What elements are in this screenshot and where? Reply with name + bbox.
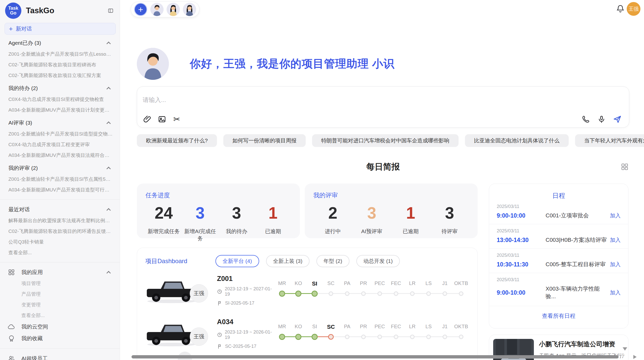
recent-chat-item[interactable]: C02-飞腾新能源轻客改款项目的闭环通告反馈情况 xyxy=(0,226,120,237)
add-agent-button[interactable]: + xyxy=(134,3,147,16)
app-sub-item[interactable]: 查看全部... xyxy=(0,310,120,321)
agent-avatar[interactable] xyxy=(150,3,164,16)
event-join-link[interactable]: 加入 xyxy=(610,212,621,219)
chevron-up-icon[interactable] xyxy=(107,167,111,171)
agent-avatar[interactable] xyxy=(183,3,196,16)
sidebar-item-my-apps[interactable]: 我的应用 xyxy=(0,266,120,278)
scroll-right-arrow-icon[interactable] xyxy=(633,355,637,359)
dashboard-tab[interactable]: 动总开发 (1) xyxy=(356,255,400,267)
suggestion-chip[interactable]: 当下年轻人对汽车外观有怎样的喜好趋势 xyxy=(575,134,644,147)
sidebar-task-item[interactable]: C0X4-动力总成开发项目SI里程碑提交物检查 xyxy=(0,94,120,105)
milestone-label-J1: J1 xyxy=(437,324,453,330)
dashboard-tab[interactable]: 年型 (2) xyxy=(316,255,349,267)
phone-call-icon[interactable] xyxy=(581,115,590,124)
milestone-dot-FEC[interactable] xyxy=(394,291,398,296)
chevron-up-icon[interactable] xyxy=(107,42,111,46)
recent-chat-item[interactable]: 解释最新出台的欧盟报废车法规再生塑料比例被调至15%... xyxy=(0,215,120,226)
milestone-dot-PA[interactable] xyxy=(345,335,349,339)
milestone-dot-J1[interactable] xyxy=(443,291,447,296)
milestone-dot-OKTB[interactable] xyxy=(459,335,463,339)
milestone-dot-LR[interactable] xyxy=(410,291,415,296)
sidebar-task-item[interactable]: Z001-全新燃油皮卡产品开发项目SI节点Lesson Learn报告 xyxy=(0,49,120,59)
chevron-up-icon[interactable] xyxy=(107,122,111,126)
milestone-dot-PEC[interactable] xyxy=(377,291,382,296)
milestone-dot-LS[interactable] xyxy=(426,291,431,296)
screenshot-scissors-icon[interactable]: ✂ xyxy=(172,115,181,124)
recent-view-all-link[interactable]: 查看全部... xyxy=(0,247,120,258)
sidebar-task-item[interactable]: A034-全新新能源MUV产品开发项目法规符合性评审 xyxy=(0,150,120,161)
milestone-dot-J1[interactable] xyxy=(443,335,447,339)
app-sub-item[interactable]: 变更管理 xyxy=(0,299,120,310)
sidebar-section-header[interactable]: AI评审 (3) xyxy=(0,117,120,129)
scroll-down-arrow-icon[interactable] xyxy=(623,347,627,351)
send-icon[interactable] xyxy=(613,115,622,124)
milestone-dot-KO[interactable] xyxy=(295,334,301,340)
agent-avatar[interactable] xyxy=(167,3,180,16)
briefing-column: 任务进度 24 新增完成任务 3 新增AI完成任务 3 我的待办 1 已逾期 我… xyxy=(137,184,478,360)
suggestion-chip[interactable]: 如何写一份清晰的项目周报 xyxy=(223,134,306,147)
project-row[interactable]: 王强 A034 2023-12-19 ~ 2026-01-19 SC-2025-… xyxy=(145,313,469,354)
recent-chat-item[interactable]: 公司Q3轻卡销量 xyxy=(0,237,120,247)
milestone-dot-PR[interactable] xyxy=(361,291,366,296)
user-avatar[interactable]: 王强 xyxy=(627,2,640,16)
horizontal-scrollbar[interactable] xyxy=(131,355,619,358)
milestone-dot-KO[interactable] xyxy=(295,291,301,297)
event-join-link[interactable]: 加入 xyxy=(610,236,621,244)
project-row[interactable]: 王强 Z001 2023-12-19 ~ 2027-01-19 SI-2025-… xyxy=(145,270,469,310)
sidebar-section-header[interactable]: 我的评审 (2) xyxy=(0,162,120,174)
sidebar-section-header[interactable]: 我的待办 (2) xyxy=(0,82,120,94)
project-dates: 2023-12-19 ~ 2027-01-19 xyxy=(217,286,274,297)
milestone-label-KO: KO xyxy=(290,324,306,330)
sidebar-task-item[interactable]: A034-全新新能源MUV产品开发项目造型可行性评审 xyxy=(0,185,120,195)
app-sub-item[interactable]: 产品管理 xyxy=(0,289,120,299)
milestone-dot-SC[interactable] xyxy=(328,334,334,340)
event-join-link[interactable]: 加入 xyxy=(610,261,621,268)
collapse-sidebar-icon[interactable] xyxy=(107,8,114,14)
milestone-dot-PEC[interactable] xyxy=(377,335,382,339)
chevron-up-icon[interactable] xyxy=(107,208,111,213)
chevron-up-icon[interactable] xyxy=(107,87,111,91)
milestone-dot-LR[interactable] xyxy=(410,335,415,339)
users-icon xyxy=(8,355,15,360)
milestone-dot-SI[interactable] xyxy=(312,291,318,297)
dashboard-tab[interactable]: 全新上装 (3) xyxy=(266,255,310,267)
sidebar-section-header[interactable]: Agent已办 (3) xyxy=(0,37,120,49)
milestone-dot-FEC[interactable] xyxy=(394,335,398,339)
dashboard-tab[interactable]: 全新平台 (4) xyxy=(215,255,259,267)
sidebar-task-item[interactable]: C0X4-动力总成开发项目工程变更评审 xyxy=(0,139,120,150)
suggestion-chip[interactable]: 特朗普可能对进口汽车增税会对中国车企造成哪些影响 xyxy=(312,134,459,147)
milestone-dot-PA[interactable] xyxy=(345,291,349,296)
microphone-icon[interactable] xyxy=(597,115,606,124)
milestone-dot-LS[interactable] xyxy=(426,335,431,339)
suggestion-chip[interactable]: 比亚迪全固态电池计划具体说了什么 xyxy=(465,134,569,147)
event-join-link[interactable]: 加入 xyxy=(610,289,621,296)
milestone-label-LR: LR xyxy=(404,324,420,330)
app-sub-item[interactable]: 项目管理 xyxy=(0,278,120,289)
image-upload-icon[interactable] xyxy=(157,115,167,124)
milestone-dot-PR[interactable] xyxy=(361,335,366,339)
sidebar-task-item[interactable]: A034-全新新能源MUV产品开发项目计划变更表编写 xyxy=(0,105,120,115)
milestone-dot-SI[interactable] xyxy=(312,334,318,340)
new-chat-button[interactable]: + 新对话 xyxy=(5,23,116,35)
sidebar-task-item[interactable]: C02-飞腾新能源轻客改款项目立项汇报方案 xyxy=(0,70,120,81)
chevron-up-icon[interactable] xyxy=(107,271,111,275)
sidebar-item[interactable]: 我的云空间 xyxy=(0,321,120,333)
milestone-dot-MR[interactable] xyxy=(279,291,285,297)
milestone-dot-SC[interactable] xyxy=(329,291,333,296)
milestone-dot-OKTB[interactable] xyxy=(459,291,463,296)
right-column: 日程 2025/03/11 9:00-10:00 C001-立项审批会 加入 2… xyxy=(489,184,628,360)
notification-bell-icon[interactable] xyxy=(616,4,625,14)
project-flag-date: SC-2025-05-17 xyxy=(217,344,274,349)
attachment-icon[interactable] xyxy=(143,115,152,124)
sidebar-task-item[interactable]: Z001-全新燃油轻卡产品开发项目SI节点属性5D文件评审 xyxy=(0,174,120,185)
layout-grid-icon[interactable] xyxy=(621,163,629,171)
sidebar-task-item[interactable]: C02-飞腾新能源轻客改款项目里程碑画布 xyxy=(0,59,120,70)
milestone-dot-MR[interactable] xyxy=(279,334,285,340)
sidebar-tool-item[interactable]: AI超级员工 xyxy=(0,353,120,360)
sidebar-section-header-recent[interactable]: 最近对话 xyxy=(0,204,120,215)
suggestion-chip[interactable]: 欧洲新规最近颁布了什么? xyxy=(137,134,217,147)
view-all-schedule-link[interactable]: 查看所有日程 xyxy=(489,306,628,320)
chat-input[interactable] xyxy=(137,87,629,112)
sidebar-task-item[interactable]: Z001-全新燃油轻卡产品开发项目SI造型提交物评审 xyxy=(0,129,120,139)
sidebar-item[interactable]: 我的收藏 xyxy=(0,333,120,344)
